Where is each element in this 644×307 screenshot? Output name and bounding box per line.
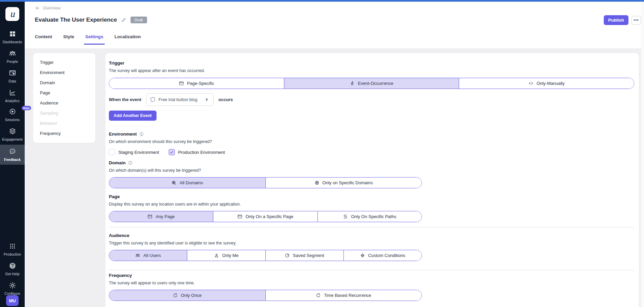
domain-section: Domain On which domain(s) will this surv… [109,160,634,188]
sidebar-item-label: Feedback [0,158,25,162]
globe-icon [314,180,319,185]
sidebar-item-dashboards[interactable]: Dashboards [0,30,25,44]
trigger-type-control: Page-Specific Event-Occurrence Only-Manu… [109,78,634,89]
sidebar-item-data[interactable]: Data [0,69,25,83]
audience-section: Audience Trigger this survey to any iden… [109,233,634,261]
tab-content[interactable]: Content [35,34,52,45]
event-select-value: Free trial button blog [159,97,201,102]
page-icon [179,81,184,86]
environment-section: Environment On which environment should … [109,132,634,155]
unchecked-checkbox-icon[interactable] [109,149,115,155]
production-icon [9,242,16,250]
segment-only-on-specific-domains[interactable]: Only on Specific Domains [266,178,422,188]
info-icon[interactable] [128,161,133,165]
sidebar-item-get-help[interactable]: Get Help [0,262,25,276]
segment-only-manually[interactable]: Only-Manually [459,78,634,89]
domain-description: On which domain(s) will this survey be t… [109,168,634,173]
segment-label: Only On a Specific Page [245,214,293,219]
sidebar-item-label: Data [0,79,25,83]
tab-localization[interactable]: Localization [115,34,141,45]
page-icon [237,214,242,219]
sidebar-item-people[interactable]: People [0,50,25,64]
segment-label: Only-Manually [536,81,565,86]
add-another-event-button[interactable]: Add Another Event [109,111,157,121]
settings-nav-item-domain[interactable]: Domain [33,77,95,88]
sidebar-item-analytics[interactable]: Analytics [0,89,25,103]
analytics-icon [9,89,16,96]
lightning-icon [350,81,355,86]
dashboards-icon [9,30,16,38]
sidebar-item-feedback[interactable]: Feedback [0,145,25,165]
loading-progress-bar [0,0,644,2]
sidebar-item-production[interactable]: Production [0,242,25,256]
event-select[interactable]: Free trial button blog [146,93,214,106]
segment-only-on-specific-paths[interactable]: Only On Specific Paths [318,211,422,222]
avatar[interactable]: MU [6,295,19,306]
environment-description: On which environment should this survey … [109,139,634,144]
checkbox-label: Staging Environment [118,150,159,155]
sidebar-item-engagement[interactable]: Engagement [0,127,25,141]
page-heading: Page [109,194,120,199]
more-options-button[interactable]: ••• [631,16,641,25]
sidebar-item-configure[interactable]: Configure [0,282,25,296]
sessions-icon [9,108,16,115]
settings-nav-item-trigger[interactable]: Trigger [33,57,95,67]
segment-event-occurrence[interactable]: Event-Occurrence [284,78,459,89]
checked-checkbox-icon[interactable] [169,149,175,155]
people-icon [9,50,16,57]
sidebar-item-label: Dashboards [0,40,25,44]
breadcrumb-overview[interactable]: Overview [35,5,61,11]
trigger-description: The survey will appear after an event ha… [109,68,634,73]
page-title: Evaluate The User Experience [35,17,117,23]
segment-only-on-a-specific-page[interactable]: Only On a Specific Page [213,211,317,222]
tab-settings[interactable]: Settings [85,34,103,45]
segment-custom-conditions[interactable]: Custom Conditions [344,250,422,261]
sidebar-item-sessions[interactable]: Beta Sessions [0,108,25,122]
caret-right-icon [204,97,210,102]
occurs-label: occurs [218,97,233,102]
domain-control: All Domains Only on Specific Domains [109,177,422,188]
sidebar-item-label: Production [0,252,25,256]
page-icon [147,214,152,219]
audience-heading: Audience [109,233,129,238]
section-divider [109,227,634,228]
scrollbar[interactable] [641,2,644,307]
segment-all-domains[interactable]: All Domains [109,178,266,188]
segment-only-me[interactable]: Only Me [187,250,265,261]
segment-page-specific[interactable]: Page-Specific [109,78,284,89]
info-icon[interactable] [139,132,144,136]
segment-label: Page-Specific [187,81,214,86]
path-icon [343,214,348,219]
engagement-icon [9,127,16,135]
settings-nav-item-page[interactable]: Page [33,88,95,98]
segment-only-once[interactable]: Only Once [109,290,266,301]
audience-description: Trigger this survey to any identified us… [109,241,634,245]
segment-all-users[interactable]: All Users [109,250,187,261]
segment-label: Event-Occurrence [358,81,393,86]
segment-saved-segment[interactable]: Saved Segment [266,250,344,261]
tab-bar: ContentStyleSettingsLocalization [35,34,141,45]
segment-time-based-recurrence[interactable]: Time Based Recurrence [266,290,422,301]
settings-section-nav: TriggerEnvironmentDomainPageAudienceSamp… [33,53,95,143]
sidebar-item-label: Sessions [0,118,25,122]
settings-nav-item-environment[interactable]: Environment [33,67,95,77]
tab-style[interactable]: Style [63,34,74,45]
checkbox-staging-environment[interactable]: Staging Environment [109,149,159,155]
breadcrumb-label: Overview [43,6,61,10]
help-icon [9,262,16,269]
checkbox-production-environment[interactable]: Production Environment [169,149,225,155]
frequency-heading: Frequency [109,273,132,278]
segment-icon [285,253,290,258]
settings-nav-item-frequency[interactable]: Frequency [33,128,95,138]
trigger-heading: Trigger [109,61,124,66]
publish-button[interactable]: Publish [604,15,628,25]
edit-title-icon[interactable] [121,17,126,23]
userpilot-logo[interactable]: u [5,7,19,21]
settings-nav-item-audience[interactable]: Audience [33,98,95,108]
sidebar-item-label: Engagement [0,137,25,141]
segment-label: Only Me [222,253,238,258]
segment-label: Custom Conditions [368,253,405,258]
status-badge: Draft [130,17,147,23]
segment-any-page[interactable]: Any Page [109,211,213,222]
diamond-icon [360,253,365,258]
